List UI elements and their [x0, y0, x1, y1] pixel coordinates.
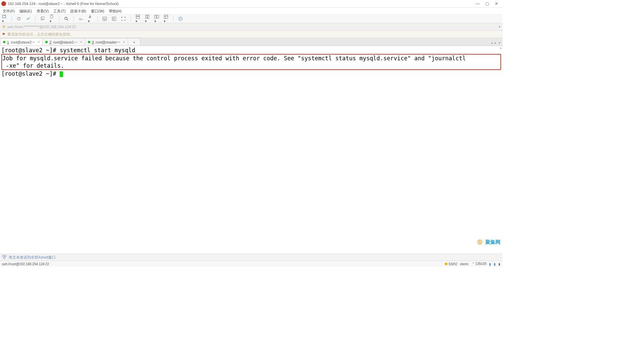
- svg-rect-24: [3, 257, 5, 259]
- svg-rect-18: [164, 15, 168, 18]
- status-size: 『 135x28: [471, 262, 486, 266]
- tab-master[interactable]: 3 root@master:~ ×: [85, 38, 128, 46]
- hint-text: 要添加当前会话，点击左侧的箭头按钮。: [7, 32, 74, 37]
- search-icon[interactable]: [64, 16, 69, 21]
- status-dot-icon: [45, 41, 48, 43]
- svg-rect-23: [5, 255, 6, 257]
- tab-close-icon[interactable]: ×: [123, 40, 125, 44]
- watermark: Ⓢ 聚集网: [477, 239, 500, 246]
- svg-text:A: A: [79, 17, 81, 21]
- broadcast-icon: [2, 255, 7, 260]
- copy-icon[interactable]: [40, 16, 45, 21]
- status-term: xterm: [460, 262, 468, 266]
- status-dot-icon: [3, 41, 5, 43]
- svg-rect-12: [136, 15, 140, 16]
- svg-rect-0: [3, 15, 6, 18]
- terminal-line-1: [root@slave2 ~]# systemctl start mysqld: [1, 47, 501, 54]
- menu-view[interactable]: 查看(V): [37, 9, 49, 14]
- broadcast-label: 将文本发送到全部Xshell窗口: [9, 255, 56, 260]
- address-bar[interactable]: ssh://root:***********@192.168.254.124:2…: [0, 23, 502, 31]
- window-titlebar: 192.168.254.124 - root@slave2:~ - Xshell…: [0, 0, 502, 8]
- layout2-icon[interactable]: ▾: [145, 14, 150, 23]
- tile-vertical-icon[interactable]: [112, 16, 116, 21]
- tab-close-icon[interactable]: ×: [80, 40, 82, 44]
- tab-index: 1: [7, 40, 9, 44]
- tab-close-icon[interactable]: ×: [38, 40, 40, 44]
- tab-label: root@master:~: [96, 40, 120, 44]
- tab-index: 3: [92, 40, 94, 44]
- scroll-up-icon[interactable]: ʌ: [500, 47, 502, 51]
- tab-slave2[interactable]: 1 root@slave2:~ ×: [0, 38, 43, 46]
- flag-icon: ⚑: [2, 32, 5, 37]
- reconnect-icon[interactable]: [16, 16, 21, 21]
- status-indicator-icon: ▮: [489, 262, 491, 266]
- menu-file[interactable]: 文件(F): [3, 9, 15, 14]
- tab-slave1[interactable]: 2 root@slave1:~ ×: [42, 38, 85, 46]
- address-dropdown-icon[interactable]: ▾: [499, 25, 500, 28]
- menu-tools[interactable]: 工具(T): [53, 9, 65, 14]
- svg-rect-14: [146, 15, 147, 18]
- layout4-icon[interactable]: ▾: [164, 14, 168, 23]
- cursor-icon: [60, 71, 63, 77]
- menu-bar: 文件(F) 编辑(E) 查看(V) 工具(T) 选项卡(B) 窗口(W) 帮助(…: [0, 8, 502, 15]
- terminal-error-highlight: Job for mysqld.service failed because th…: [1, 54, 501, 70]
- maximize-button[interactable]: ▢: [482, 1, 492, 7]
- status-indicator-icon: ▮: [498, 262, 500, 266]
- svg-rect-16: [155, 15, 156, 18]
- svg-rect-4: [51, 15, 53, 18]
- status-ssh: SSH2: [445, 262, 457, 266]
- minimize-button[interactable]: —: [473, 1, 482, 7]
- svg-rect-13: [136, 17, 140, 18]
- status-bar: ssh://root@192.168.254.124:22 SSH2 xterm…: [0, 261, 502, 267]
- window-title: 192.168.254.124 - root@slave2:~ - Xshell…: [8, 2, 473, 6]
- svg-rect-15: [148, 15, 149, 18]
- font-decrease-icon[interactable]: AA: [78, 16, 83, 21]
- terminal-line-3: [root@slave2 ~]#: [1, 70, 501, 77]
- svg-rect-17: [157, 15, 159, 18]
- disconnect-icon[interactable]: [26, 16, 31, 21]
- menu-window[interactable]: 窗口(W): [91, 9, 104, 14]
- new-tab-button[interactable]: +: [128, 38, 141, 46]
- svg-point-6: [65, 17, 67, 19]
- font-style-icon[interactable]: A▾: [88, 14, 93, 23]
- tab-index: 2: [49, 40, 51, 44]
- tab-label: root@slave2:~: [11, 40, 35, 44]
- svg-rect-3: [42, 17, 44, 19]
- new-session-icon[interactable]: ▾: [2, 14, 7, 23]
- terminal[interactable]: ʌ [root@slave2 ~]# systemctl start mysql…: [0, 46, 502, 254]
- app-icon: [1, 1, 6, 6]
- status-path: ssh://root@192.168.254.124:22: [2, 262, 442, 266]
- tab-strip: 1 root@slave2:~ × 2 root@slave1:~ × 3 ro…: [0, 38, 502, 46]
- menu-tabs[interactable]: 选项卡(B): [70, 9, 86, 14]
- svg-text:?: ?: [180, 17, 181, 20]
- svg-rect-22: [2, 255, 4, 257]
- broadcast-bar[interactable]: 将文本发送到全部Xshell窗口: [0, 254, 502, 261]
- svg-rect-5: [51, 14, 52, 15]
- close-button[interactable]: ✕: [492, 1, 501, 7]
- toolbar: ▾ ▾ AA A▾ ▾ ▾ ▾ ▾ ?: [0, 15, 502, 23]
- layout1-icon[interactable]: ▾: [136, 14, 140, 23]
- help-icon[interactable]: ?: [178, 16, 183, 21]
- tab-label: root@slave1:~: [53, 40, 77, 44]
- status-indicator-icon: ▮: [494, 262, 496, 266]
- hint-bar: ⚑ 要添加当前会话，点击左侧的箭头按钮。: [0, 31, 502, 38]
- tile-horizontal-icon[interactable]: [102, 16, 107, 21]
- svg-text:A: A: [89, 14, 91, 18]
- menu-edit[interactable]: 编辑(E): [19, 9, 32, 14]
- layout3-icon[interactable]: ▾: [154, 14, 159, 23]
- svg-rect-21: [3, 26, 5, 27]
- svg-text:A: A: [81, 18, 83, 20]
- menu-help[interactable]: 帮助(H): [109, 9, 121, 14]
- tab-scroll-arrows[interactable]: ◂ ▸ ▾: [491, 41, 501, 45]
- lock-icon: [2, 25, 6, 29]
- paste-icon[interactable]: ▾: [50, 14, 54, 23]
- status-dot-icon: [88, 41, 90, 43]
- address-url: ssh://root:***********@192.168.254.124:2…: [7, 25, 76, 29]
- fullscreen-icon[interactable]: [121, 16, 126, 21]
